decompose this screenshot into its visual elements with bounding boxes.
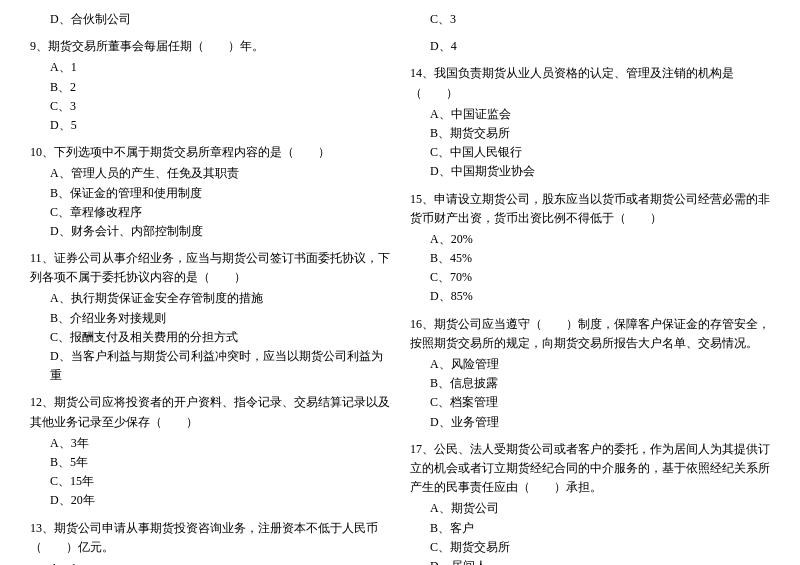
two-column-layout: D、合伙制公司 9、期货交易所董事会每届任期（ ）年。 A、1 B、2 C、3 … [30, 10, 770, 565]
question-block-11: 11、证券公司从事介绍业务，应当与期货公司签订书面委托协议，下列各项不属于委托协… [30, 249, 390, 385]
q10-opt-c: C、章程修改程序 [30, 203, 390, 222]
question-block-d-note: D、合伙制公司 [30, 10, 390, 29]
q12-opt-a: A、3年 [30, 434, 390, 453]
q-d4-text: D、4 [410, 37, 770, 56]
q9-opt-b: B、2 [30, 78, 390, 97]
question-block-12: 12、期货公司应将投资者的开户资料、指令记录、交易结算记录以及其他业务记录至少保… [30, 393, 390, 510]
q12-opt-c: C、15年 [30, 472, 390, 491]
q9-text: 9、期货交易所董事会每届任期（ ）年。 [30, 37, 390, 56]
q16-opt-c: C、档案管理 [410, 393, 770, 412]
q10-text: 10、下列选项中不属于期货交易所章程内容的是（ ） [30, 143, 390, 162]
page-content: D、合伙制公司 9、期货交易所董事会每届任期（ ）年。 A、1 B、2 C、3 … [30, 10, 770, 565]
question-block-10: 10、下列选项中不属于期货交易所章程内容的是（ ） A、管理人员的产生、任免及其… [30, 143, 390, 241]
right-column: C、3 D、4 14、我国负责期货从业人员资格的认定、管理及注销的机构是（ ） … [410, 10, 770, 565]
q14-opt-d: D、中国期货业协会 [410, 162, 770, 181]
q10-opt-a: A、管理人员的产生、任免及其职责 [30, 164, 390, 183]
q11-opt-a: A、执行期货保证金安全存管制度的措施 [30, 289, 390, 308]
q11-opt-c: C、报酬支付及相关费用的分担方式 [30, 328, 390, 347]
q14-opt-b: B、期货交易所 [410, 124, 770, 143]
q15-opt-c: C、70% [410, 268, 770, 287]
q14-opt-a: A、中国证监会 [410, 105, 770, 124]
q17-opt-b: B、客户 [410, 519, 770, 538]
question-block-13: 13、期货公司申请从事期货投资咨询业务，注册资本不低于人民币（ ）亿元。 A、1… [30, 519, 390, 566]
question-block-9: 9、期货交易所董事会每届任期（ ）年。 A、1 B、2 C、3 D、5 [30, 37, 390, 135]
q11-text: 11、证券公司从事介绍业务，应当与期货公司签订书面委托协议，下列各项不属于委托协… [30, 249, 390, 287]
q15-text: 15、申请设立期货公司，股东应当以货币或者期货公司经营必需的非货币财产出资，货币… [410, 190, 770, 228]
q16-opt-a: A、风险管理 [410, 355, 770, 374]
question-block-d4: D、4 [410, 37, 770, 56]
q15-opt-a: A、20% [410, 230, 770, 249]
q12-opt-d: D、20年 [30, 491, 390, 510]
q13-text: 13、期货公司申请从事期货投资咨询业务，注册资本不低于人民币（ ）亿元。 [30, 519, 390, 557]
q16-text: 16、期货公司应当遵守（ ）制度，保障客户保证金的存管安全，按照期货交易所的规定… [410, 315, 770, 353]
q17-opt-a: A、期货公司 [410, 499, 770, 518]
q17-text: 17、公民、法人受期货公司或者客户的委托，作为居间人为其提供订立的机会或者订立期… [410, 440, 770, 498]
q16-opt-d: D、业务管理 [410, 413, 770, 432]
q16-opt-b: B、信息披露 [410, 374, 770, 393]
q-d-note-text: D、合伙制公司 [30, 10, 390, 29]
q10-opt-b: B、保证金的管理和使用制度 [30, 184, 390, 203]
q11-opt-d: D、当客户利益与期货公司利益冲突时，应当以期货公司利益为重 [30, 347, 390, 385]
q15-opt-b: B、45% [410, 249, 770, 268]
q12-opt-b: B、5年 [30, 453, 390, 472]
question-block-15: 15、申请设立期货公司，股东应当以货币或者期货公司经营必需的非货币财产出资，货币… [410, 190, 770, 307]
question-block-17: 17、公民、法人受期货公司或者客户的委托，作为居间人为其提供订立的机会或者订立期… [410, 440, 770, 565]
q9-opt-d: D、5 [30, 116, 390, 135]
q9-opt-c: C、3 [30, 97, 390, 116]
q9-opt-a: A、1 [30, 58, 390, 77]
q-c3-text: C、3 [410, 10, 770, 29]
q12-text: 12、期货公司应将投资者的开户资料、指令记录、交易结算记录以及其他业务记录至少保… [30, 393, 390, 431]
q13-opt-a: A、1 [30, 559, 390, 565]
q10-opt-d: D、财务会计、内部控制制度 [30, 222, 390, 241]
q15-opt-d: D、85% [410, 287, 770, 306]
q14-opt-c: C、中国人民银行 [410, 143, 770, 162]
question-block-14: 14、我国负责期货从业人员资格的认定、管理及注销的机构是（ ） A、中国证监会 … [410, 64, 770, 181]
q14-text: 14、我国负责期货从业人员资格的认定、管理及注销的机构是（ ） [410, 64, 770, 102]
q17-opt-d: D、居间人 [410, 557, 770, 565]
q17-opt-c: C、期货交易所 [410, 538, 770, 557]
q11-opt-b: B、介绍业务对接规则 [30, 309, 390, 328]
left-column: D、合伙制公司 9、期货交易所董事会每届任期（ ）年。 A、1 B、2 C、3 … [30, 10, 390, 565]
question-block-16: 16、期货公司应当遵守（ ）制度，保障客户保证金的存管安全，按照期货交易所的规定… [410, 315, 770, 432]
question-block-c3: C、3 [410, 10, 770, 29]
